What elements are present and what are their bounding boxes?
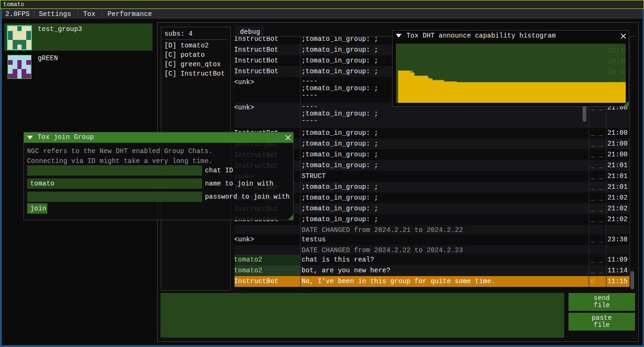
svg-text:20:40: 20:40 <box>608 57 626 65</box>
svg-text:_ _: _ _ <box>591 57 603 65</box>
svg-text:_ _: _ _ <box>591 68 603 76</box>
svg-text:_ _: _ _ <box>591 46 603 54</box>
svg-text:20:40: 20:40 <box>608 46 626 54</box>
svg-text:20:41: 20:41 <box>608 68 626 76</box>
